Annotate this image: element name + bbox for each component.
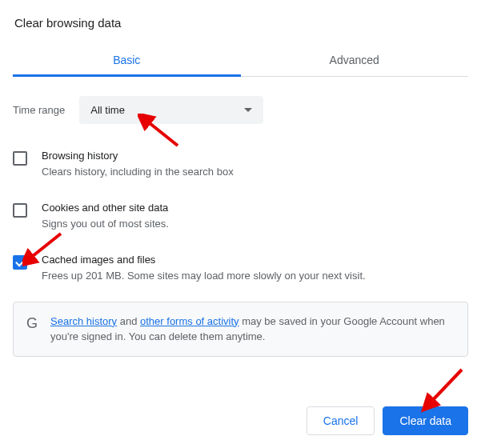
- chevron-down-icon: [244, 108, 252, 112]
- dialog-title: Clear browsing data: [13, 13, 468, 39]
- google-icon: G: [26, 315, 38, 332]
- option-browsing-history: Browsing history Clears history, includi…: [13, 138, 468, 190]
- link-other-activity[interactable]: other forms of activity: [140, 315, 239, 327]
- option-cached: Cached images and files Frees up 201 MB.…: [13, 242, 468, 294]
- option-primary: Cached images and files: [42, 254, 366, 266]
- option-primary: Browsing history: [42, 150, 234, 162]
- time-range-label: Time range: [13, 104, 65, 116]
- google-account-notice: G Search history and other forms of acti…: [13, 302, 468, 357]
- checkbox-browsing-history[interactable]: [13, 151, 27, 166]
- tab-advanced[interactable]: Advanced: [241, 46, 469, 76]
- clear-browsing-data-dialog: Clear browsing data Basic Advanced Time …: [0, 0, 481, 357]
- time-range-select[interactable]: All time: [79, 96, 263, 124]
- clear-data-button[interactable]: Clear data: [383, 406, 468, 435]
- option-secondary: Clears history, including in the search …: [42, 165, 234, 179]
- cancel-button[interactable]: Cancel: [307, 406, 375, 435]
- checkbox-cached[interactable]: [13, 255, 27, 270]
- option-secondary: Frees up 201 MB. Some sites may load mor…: [42, 269, 366, 283]
- option-primary: Cookies and other site data: [42, 202, 169, 214]
- option-text: Cookies and other site data Signs you ou…: [42, 202, 169, 231]
- option-text: Browsing history Clears history, includi…: [42, 150, 234, 179]
- option-secondary: Signs you out of most sites.: [42, 217, 169, 231]
- time-range-row: Time range All time: [13, 93, 468, 138]
- dialog-buttons: Cancel Clear data: [294, 394, 481, 448]
- option-text: Cached images and files Frees up 201 MB.…: [42, 254, 366, 283]
- tabs: Basic Advanced: [13, 46, 468, 77]
- time-range-value: All time: [90, 104, 125, 116]
- notice-text: Search history and other forms of activi…: [50, 314, 455, 345]
- checkbox-cookies[interactable]: [13, 203, 27, 218]
- link-search-history[interactable]: Search history: [50, 315, 117, 327]
- tab-basic[interactable]: Basic: [13, 46, 241, 76]
- option-cookies: Cookies and other site data Signs you ou…: [13, 190, 468, 242]
